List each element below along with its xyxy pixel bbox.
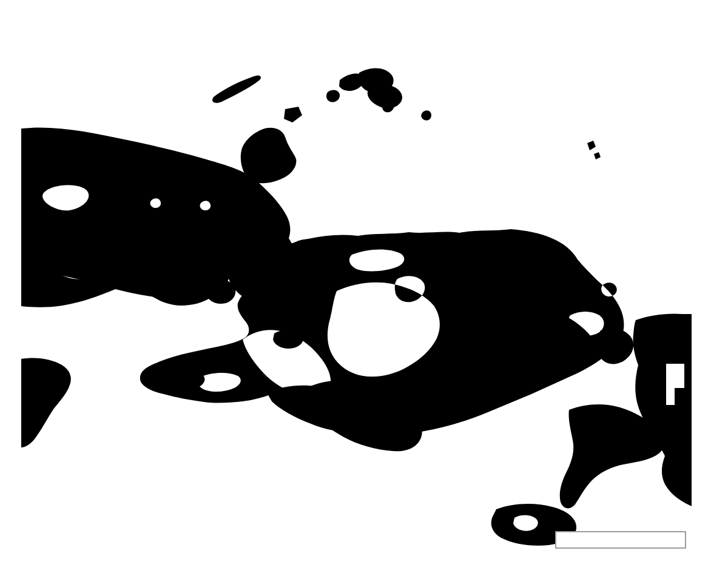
cin-shaded-field (21, 69, 692, 546)
branding-box (555, 531, 686, 549)
forecast-map-page (0, 0, 728, 562)
map-canvas (0, 0, 728, 562)
